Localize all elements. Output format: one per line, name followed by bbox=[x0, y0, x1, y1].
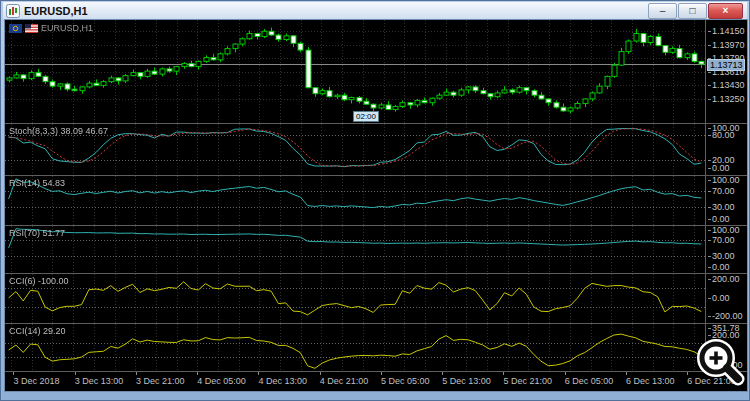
axis-label: 100.00 bbox=[708, 225, 740, 235]
price-axis[interactable]: 1.141501.139701.137901.136101.134301.132… bbox=[705, 20, 747, 123]
axis-label: -200.00 bbox=[708, 311, 743, 321]
time-axis-label: 3 Dec 21:00 bbox=[136, 376, 185, 386]
time-axis-label: 5 Dec 21:00 bbox=[503, 376, 552, 386]
axis-label: 0.00 bbox=[708, 163, 730, 173]
magnifier-zoom-icon bbox=[692, 336, 746, 388]
rsi-70-canvas[interactable] bbox=[5, 226, 705, 273]
time-axis-label: 6 Dec 13:00 bbox=[626, 376, 675, 386]
stochastic-pane: Stoch(8,3,3) 38.09 46.67100.0080.0020.00… bbox=[5, 124, 747, 175]
rsi-70-label: RSI(70) 51.77 bbox=[9, 228, 65, 238]
time-tooltip: 02:00 bbox=[353, 111, 379, 122]
cci-14-canvas[interactable] bbox=[5, 324, 705, 371]
time-axis-label: 3 Dec 13:00 bbox=[75, 376, 124, 386]
time-axis-label: 4 Dec 13:00 bbox=[258, 376, 307, 386]
app-icon bbox=[6, 4, 20, 18]
axis-label: 0.00 bbox=[708, 293, 730, 303]
symbol-label-text: EURUSD,H1 bbox=[41, 23, 93, 33]
axis-label: 30.00 bbox=[708, 251, 735, 261]
current-price-tag: 1.13713 bbox=[707, 59, 745, 71]
axis-label: 1.13970 bbox=[708, 40, 745, 50]
axis-label: 0.00 bbox=[708, 262, 730, 272]
cci-14-label: CCI(14) 29.20 bbox=[9, 326, 66, 336]
axis-label: 200.00 bbox=[708, 274, 740, 284]
symbol-label: EURUSD,H1 bbox=[9, 23, 93, 33]
minimize-button[interactable]: – bbox=[648, 3, 677, 19]
cci-6-axis[interactable]: 200.000.00-200.00 bbox=[705, 274, 747, 323]
window-title: EURUSD,H1 bbox=[24, 5, 88, 17]
rsi-70-axis[interactable]: 100.0070.0030.000.00 bbox=[705, 226, 747, 273]
close-button[interactable]: × bbox=[708, 3, 743, 19]
time-axis-label: 4 Dec 21:00 bbox=[320, 376, 369, 386]
axis-label: 1.13250 bbox=[708, 94, 745, 104]
time-axis-label: 6 Dec 05:00 bbox=[565, 376, 614, 386]
stochastic-canvas[interactable] bbox=[5, 124, 705, 175]
axis-label: 70.00 bbox=[708, 235, 735, 245]
chart-window: EURUSD,H1 – □ × EURUSD,H1 02 bbox=[0, 0, 750, 401]
us-flag-icon bbox=[25, 24, 38, 33]
time-axis[interactable]: 3 Dec 20183 Dec 13:003 Dec 21:004 Dec 05… bbox=[5, 372, 747, 391]
restore-button[interactable]: □ bbox=[678, 3, 707, 19]
main-price-pane: EURUSD,H1 02:00 1.141501.139701.137901.1… bbox=[5, 20, 747, 123]
axis-label: 0.00 bbox=[708, 214, 730, 224]
cci-6-canvas[interactable] bbox=[5, 274, 705, 323]
stochastic-axis[interactable]: 100.0080.0020.000.00 bbox=[705, 124, 747, 175]
stochastic-label: Stoch(8,3,3) 38.09 46.67 bbox=[9, 126, 108, 136]
cci-6-label: CCI(6) -100.00 bbox=[9, 276, 69, 286]
chart-client-area: EURUSD,H1 02:00 1.141501.139701.137901.1… bbox=[5, 20, 747, 391]
cci-14-pane: CCI(14) 29.20351.78200.000.00-200.00 bbox=[5, 324, 747, 371]
eu-flag-icon bbox=[9, 24, 22, 33]
rsi-70-pane: RSI(70) 51.77100.0070.0030.000.00 bbox=[5, 226, 747, 273]
rsi-14-canvas[interactable] bbox=[5, 176, 705, 225]
time-axis-label: 3 Dec 2018 bbox=[13, 376, 59, 386]
rsi-14-pane: RSI(14) 54.83100.0070.0030.000.00 bbox=[5, 176, 747, 225]
window-buttons: – □ × bbox=[648, 3, 747, 19]
rsi-14-label: RSI(14) 54.83 bbox=[9, 178, 65, 188]
axis-label: 70.00 bbox=[708, 186, 735, 196]
time-axis-label: 5 Dec 13:00 bbox=[442, 376, 491, 386]
rsi-14-axis[interactable]: 100.0070.0030.000.00 bbox=[705, 176, 747, 225]
main-chart-canvas[interactable] bbox=[5, 20, 705, 123]
cci-6-pane: CCI(6) -100.00200.000.00-200.00 bbox=[5, 274, 747, 323]
axis-label: 1.13430 bbox=[708, 80, 745, 90]
axis-label: 1.14150 bbox=[708, 26, 745, 36]
time-axis-label: 4 Dec 05:00 bbox=[197, 376, 246, 386]
window-titlebar[interactable]: EURUSD,H1 – □ × bbox=[3, 2, 747, 21]
time-axis-label: 5 Dec 05:00 bbox=[381, 376, 430, 386]
axis-label: 80.00 bbox=[708, 130, 735, 140]
axis-label: 100.00 bbox=[708, 175, 740, 185]
axis-label: 30.00 bbox=[708, 202, 735, 212]
